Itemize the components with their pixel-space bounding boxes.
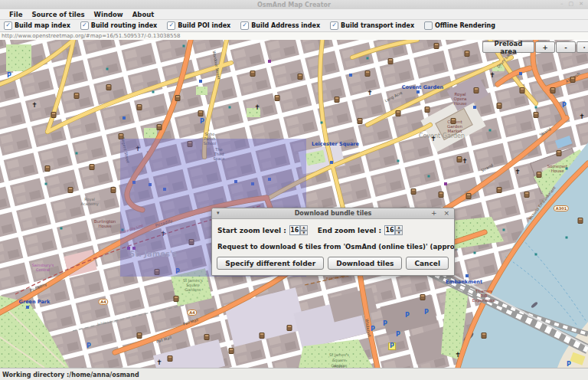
end-zoom-label: End zoom level : — [318, 227, 381, 234]
zoom-out-button[interactable]: - — [556, 41, 576, 53]
dialog-maximize-icon[interactable]: + — [431, 210, 437, 217]
checkbox-box[interactable]: ✓ — [240, 21, 249, 30]
menu-about[interactable]: About — [128, 11, 159, 18]
menu-window[interactable]: Window — [90, 11, 128, 18]
start-zoom-down-arrow[interactable]: ▼ — [300, 231, 308, 236]
dialog-controls: + × — [431, 210, 449, 217]
end-zoom-down-arrow[interactable]: ▼ — [395, 231, 403, 236]
osmand-map-creator-window: OsmAnd Map Creator – ▢ ✕ FileSource of t… — [0, 0, 588, 380]
checkbox-box[interactable]: ✓ — [4, 21, 12, 30]
checkbox-box[interactable]: ✓ — [80, 21, 89, 30]
specify-different-folder-button[interactable]: Specify different folder — [217, 257, 324, 270]
map-button-bar: Preload area + - · — [482, 41, 588, 53]
checkbox-offline-rendering[interactable]: Offline Rendering — [424, 21, 495, 30]
preload-area-button[interactable]: Preload area — [482, 41, 534, 53]
working-directory-text: Working directory :/home/anna/osmand — [0, 372, 139, 378]
checkbox-box[interactable] — [424, 21, 433, 30]
download-bundle-tiles-dialog: ▾ Download bundle tiles + × Start zoom l… — [211, 208, 455, 276]
dialog-titlebar[interactable]: ▾ Download bundle tiles + × — [212, 208, 454, 219]
checkbox-box[interactable]: ✓ — [330, 21, 338, 30]
checkbox-label: Build POI index — [178, 22, 230, 29]
checkbox-label: Build transport index — [341, 22, 414, 29]
checkbox-build-map-index[interactable]: ✓Build map index — [4, 21, 70, 30]
checkbox-build-routing-index[interactable]: ✓Build routing index — [80, 21, 157, 30]
download-tiles-button[interactable]: Download tiles — [328, 257, 402, 270]
status-bar: Working directory :/home/anna/osmand — [0, 368, 588, 380]
zoom-in-button[interactable]: + — [535, 41, 555, 53]
checkbox-build-transport-index[interactable]: ✓Build transport index — [330, 21, 414, 30]
end-zoom-spinner[interactable]: 16 ▲ ▼ — [384, 225, 403, 235]
cancel-button[interactable]: Cancel — [406, 257, 449, 270]
start-zoom-label: Start zoom level : — [217, 227, 286, 234]
window-title: OsmAnd Map Creator — [257, 2, 331, 8]
checkbox-build-address-index[interactable]: ✓Build Address index — [240, 21, 320, 30]
window-controls: – ▢ ✕ — [560, 1, 583, 7]
maximize-icon[interactable]: ▢ — [569, 1, 574, 7]
close-icon[interactable]: ✕ — [579, 1, 583, 7]
menu-source-of-tiles[interactable]: Source of tiles — [27, 11, 89, 18]
checkbox-label: Build routing index — [91, 22, 157, 29]
start-zoom-value[interactable]: 16 — [289, 225, 300, 235]
map-viewport[interactable]: Covent GardenLeicester SquareGreen ParkE… — [0, 40, 588, 368]
dialog-menu-icon[interactable]: ▾ — [217, 211, 220, 216]
menu-file[interactable]: File — [5, 11, 27, 18]
end-zoom-value[interactable]: 16 — [384, 225, 395, 235]
dialog-close-icon[interactable]: × — [443, 210, 449, 217]
dialog-title: Download bundle tiles — [212, 210, 454, 217]
checkbox-label: Offline Rendering — [435, 22, 495, 29]
index-options-toolbar: ✓Build map index✓Build routing index✓Bui… — [0, 20, 588, 32]
zoom-level-row: Start zoom level : 16 ▲ ▼ End zoom level… — [212, 225, 454, 235]
dialog-message: Request to download 6 tiles from 'OsmAnd… — [212, 243, 454, 251]
checkbox-build-poi-index[interactable]: ✓Build POI index — [167, 21, 230, 30]
dialog-button-row: Specify different folder Download tiles … — [212, 257, 454, 270]
zoom-extra-button[interactable]: · — [577, 41, 588, 53]
map-permalink: http://www.openstreetmap.org/#map=16/51.… — [0, 33, 180, 39]
minimize-icon[interactable]: – — [560, 1, 564, 7]
checkbox-label: Build map index — [15, 22, 70, 29]
start-zoom-spinner[interactable]: 16 ▲ ▼ — [289, 225, 308, 235]
checkbox-label: Build Address index — [251, 22, 320, 29]
menu-bar: FileSource of tilesWindowAbout — [0, 9, 588, 20]
checkbox-box[interactable]: ✓ — [167, 21, 175, 30]
